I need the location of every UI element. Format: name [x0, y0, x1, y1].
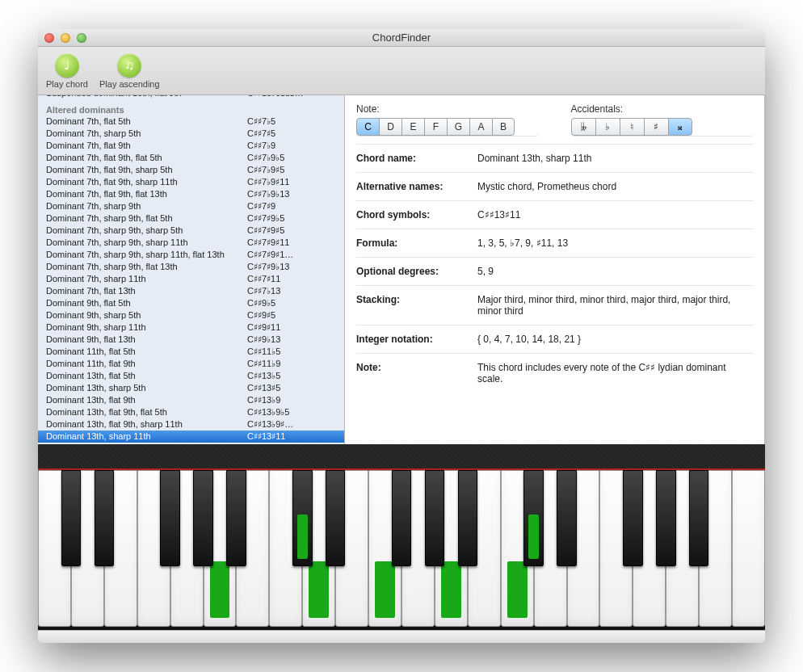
list-item[interactable]: Dominant 7th, flat 9th, flat 5thC♯♯7♭9♭5 [38, 152, 344, 164]
list-item[interactable]: Dominant 7th, flat 9th, sharp 5thC♯♯7♭9♯… [38, 164, 344, 176]
accidental-seg-0[interactable]: 𝄫 [571, 118, 595, 136]
note-seg-g[interactable]: G [447, 118, 469, 136]
play-chord-button[interactable]: ♩ Play chord [43, 52, 91, 90]
black-key[interactable] [292, 470, 313, 566]
list-item[interactable]: Dominant 13th, flat 9th, sharp 11thC♯♯13… [38, 418, 344, 430]
accidental-seg-4[interactable]: 𝄪 [668, 118, 692, 136]
list-item[interactable]: Dominant 7th, flat 9thC♯♯7♭9 [38, 140, 344, 152]
black-key[interactable] [656, 470, 676, 566]
list-item-name: Dominant 7th, flat 13th [46, 286, 247, 296]
list-item-symbol: C♯♯7♯9♯5 [247, 225, 336, 236]
list-item[interactable]: Dominant 7th, sharp 9th, flat 5thC♯♯7♯9♭… [38, 212, 344, 225]
note-seg-a[interactable]: A [469, 118, 492, 136]
list-item[interactable]: Dominant 7th, sharp 9th, flat 13thC♯♯7♯9… [38, 261, 344, 273]
accidental-seg-3[interactable]: ♯ [644, 118, 668, 136]
detail-value: This chord includes every note of the C♯… [477, 362, 753, 384]
list-item-symbol: C♯♯7♭9♭13 [247, 189, 336, 200]
list-item-symbol: C♯♯7♭9♭5 [247, 153, 336, 163]
list-item-symbol: C♯♯7♯9♯1… [247, 250, 336, 260]
play-chord-label: Play chord [46, 79, 88, 89]
accidentals-segmented: 𝄫♭♮♯𝄪 [571, 118, 754, 136]
list-item-name: Dominant 7th, sharp 9th, sharp 11th, fla… [46, 250, 247, 260]
list-item[interactable]: Dominant 11th, flat 9thC♯♯11♭9 [38, 358, 344, 370]
list-item[interactable]: Dominant 7th, sharp 9th, sharp 5thC♯♯7♯9… [38, 225, 344, 237]
detail-row-note: Note: This chord includes every note of … [356, 353, 753, 393]
list-item[interactable]: Dominant 7th, flat 9th, sharp 11thC♯♯7♭9… [38, 176, 344, 188]
list-item-name: Dominant 9th, sharp 5th [46, 310, 247, 321]
black-key[interactable] [326, 470, 346, 566]
black-key[interactable] [425, 470, 445, 566]
play-ascending-button[interactable]: ♫ Play ascending [96, 52, 163, 90]
list-item-name: Suspended dominant 13th, flat 9th [46, 95, 247, 99]
list-item[interactable]: Dominant 9th, flat 13thC♯♯9♭13 [38, 334, 344, 346]
list-item-name: Dominant 7th, flat 9th, flat 13th [46, 189, 247, 200]
list-item-symbol: C♯♯13♭5 [247, 371, 336, 381]
list-item-name: Dominant 7th, sharp 5th [46, 128, 247, 139]
list-item-name: Dominant 13th, sharp 5th [46, 383, 247, 393]
black-key[interactable] [557, 470, 577, 566]
chord-list[interactable]: Minor/major 13thC♯♯m/maj13Suspended domi… [38, 95, 345, 444]
note-seg-d[interactable]: D [379, 118, 402, 136]
black-key[interactable] [226, 470, 246, 566]
list-item[interactable]: Dominant 7th, sharp 11thC♯♯7♯11 [38, 273, 344, 285]
list-item-name: Dominant 7th, sharp 9th, sharp 5th [46, 225, 247, 236]
list-item[interactable]: Dominant 7th, sharp 9th, sharp 11thC♯♯7♯… [38, 237, 344, 249]
note-seg-e[interactable]: E [402, 118, 424, 136]
black-key[interactable] [160, 470, 180, 566]
list-item[interactable]: Dominant 13th, flat 9thC♯♯13♭9 [38, 394, 344, 406]
white-key[interactable] [732, 470, 765, 627]
black-key[interactable] [458, 470, 478, 566]
list-item[interactable]: Dominant 9th, sharp 11thC♯♯9♯11 [38, 321, 344, 334]
list-item[interactable]: Dominant 13th, sharp 5thC♯♯13♯5 [38, 382, 344, 394]
list-item-symbol: C♯♯7♯5 [247, 128, 336, 139]
black-key[interactable] [95, 470, 115, 566]
piano-fabric [38, 444, 765, 470]
list-item-symbol: C♯♯9♯11 [247, 322, 336, 333]
black-key[interactable] [61, 470, 82, 566]
accidental-seg-2[interactable]: ♮ [620, 118, 644, 136]
black-key[interactable] [623, 470, 643, 566]
black-key[interactable] [689, 470, 709, 566]
list-item[interactable]: Dominant 9th, flat 5thC♯♯9♭5 [38, 297, 344, 309]
titlebar: ChordFinder [38, 29, 765, 47]
detail-row-chord-name: Chord name: Dominant 13th, sharp 11th [356, 144, 753, 172]
list-item-name: Dominant 9th, flat 13th [46, 334, 247, 345]
black-key[interactable] [392, 470, 412, 566]
list-item[interactable]: Dominant 13th, flat 9th, flat 5thC♯♯13♭9… [38, 406, 344, 418]
list-item[interactable]: Dominant 7th, sharp 9thC♯♯7♯9 [38, 200, 344, 212]
detail-key: Alternative names: [356, 181, 477, 192]
accidental-seg-1[interactable]: ♭ [595, 118, 620, 136]
black-key[interactable] [193, 470, 213, 566]
list-item-name: Dominant 7th, flat 9th, sharp 5th [46, 165, 247, 175]
list-item-symbol: C♯♯7♭5 [247, 116, 336, 127]
list-item-name: Dominant 7th, flat 9th, flat 5th [46, 153, 247, 163]
list-item[interactable]: Dominant 13th, sharp 11thC♯♯13♯11 [38, 430, 344, 443]
list-item[interactable]: Dominant 13th, flat 5thC♯♯13♭5 [38, 370, 344, 382]
list-item[interactable]: Dominant 11th, flat 5thC♯♯11♭5 [38, 346, 344, 358]
app-window: ChordFinder ♩ Play chord ♫ Play ascendin… [38, 29, 765, 643]
list-item-name: Dominant 7th, flat 9th [46, 141, 247, 151]
list-item-name: Dominant 7th, sharp 9th [46, 201, 247, 212]
note-seg-b[interactable]: B [492, 118, 515, 136]
list-item[interactable]: Suspended dominant 13th, flat 9thC♯♯13♭9… [38, 95, 344, 99]
black-key[interactable] [523, 470, 544, 566]
list-item-name: Dominant 11th, flat 9th [46, 359, 247, 369]
list-item[interactable]: Dominant 7th, flat 5thC♯♯7♭5 [38, 116, 344, 128]
note-seg-f[interactable]: F [424, 118, 447, 136]
accidentals-control: Accidentals: 𝄫♭♮♯𝄪 [571, 103, 754, 136]
list-item-symbol: C♯♯7♯9♭13 [247, 262, 336, 272]
detail-row-alt-names: Alternative names: Mystic chord, Prometh… [356, 172, 753, 200]
list-item[interactable]: Dominant 7th, sharp 9th, sharp 11th, fla… [38, 249, 344, 261]
list-item-symbol: C♯♯7♭13 [247, 286, 336, 296]
list-item-name: Dominant 7th, flat 9th, sharp 11th [46, 177, 247, 187]
list-item[interactable]: Dominant 9th, sharp 5thC♯♯9♯5 [38, 309, 344, 321]
list-item-name: Dominant 13th, flat 9th [46, 395, 247, 405]
detail-key: Note: [356, 362, 477, 384]
list-item[interactable]: Dominant 7th, sharp 5thC♯♯7♯5 [38, 128, 344, 140]
note-seg-c[interactable]: C [356, 118, 379, 136]
detail-value: C♯♯13♯11 [477, 209, 753, 220]
piano-keys [38, 470, 765, 630]
list-item[interactable]: Dominant 7th, flat 13thC♯♯7♭13 [38, 285, 344, 297]
list-item[interactable]: Dominant 7th, flat 9th, flat 13thC♯♯7♭9♭… [38, 188, 344, 200]
list-item-symbol: C♯♯11♭5 [247, 346, 336, 357]
